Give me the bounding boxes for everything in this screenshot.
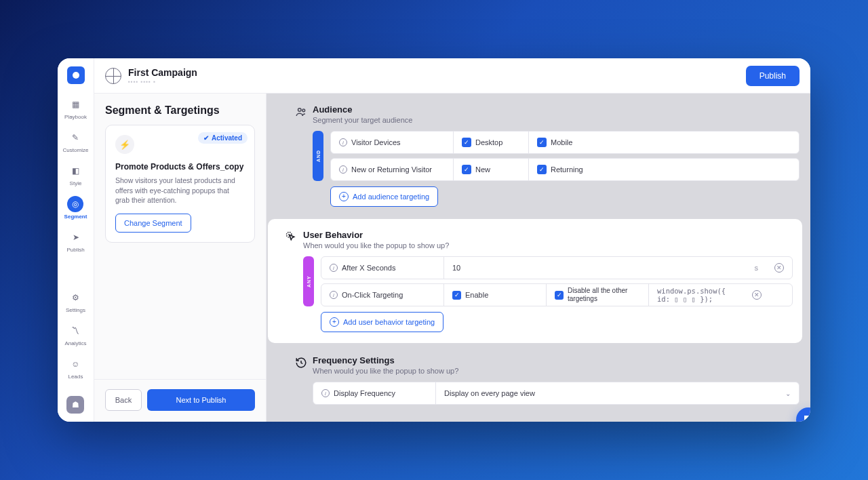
info-icon[interactable]: i [339, 138, 347, 146]
opt-label: Desktop [475, 138, 502, 146]
any-chip: ANY [303, 256, 314, 306]
remove-row-button[interactable]: ✕ [752, 290, 762, 300]
audience-row-newreturning: iNew or Returning Visitor New Returning [330, 158, 800, 181]
behavior-title: User Behavior [303, 230, 793, 240]
plus-circle-icon: + [339, 192, 349, 201]
grid-icon: ▦ [67, 96, 83, 113]
checkbox-mobile[interactable] [537, 138, 547, 147]
add-btn-label: Add audience targeting [353, 193, 429, 201]
and-chip: AND [313, 131, 323, 181]
chart-icon: 〽 [67, 323, 83, 339]
next-to-publish-button[interactable]: Next to Publish [147, 389, 255, 411]
nav-rail: ▦ Playbook ✎ Customize ◧ Style ◎ Segment… [58, 58, 94, 422]
user-behavior-section: User Behavior When would you like the po… [268, 219, 802, 343]
segment-name: Promote Products & Offers_copy [115, 162, 245, 172]
info-icon[interactable]: i [321, 389, 330, 397]
row-label: New or Returning Visitor [351, 165, 432, 174]
behavior-subtitle: When would you like the popup to show up… [303, 241, 793, 249]
opt-label: Disable all the other targetings [568, 287, 640, 303]
rail-label: Settings [66, 307, 85, 313]
change-segment-button[interactable]: Change Segment [115, 214, 191, 233]
checkbox-new[interactable] [462, 165, 471, 174]
rail-item-playbook[interactable]: ▦ Playbook [64, 96, 87, 120]
checkbox-desktop[interactable] [462, 138, 471, 147]
target-icon: ◎ [67, 196, 83, 212]
cursor-click-icon [280, 230, 303, 332]
row-label: On-Click Targeting [342, 291, 403, 299]
rail-item-publish[interactable]: ➤ Publish [66, 229, 84, 253]
add-btn-label: Add user behavior targeting [343, 318, 435, 326]
rail-label: Segment [64, 214, 87, 220]
svg-point-1 [302, 109, 305, 112]
frequency-subtitle: When would you like the popup to show up… [313, 367, 800, 375]
info-icon[interactable]: i [339, 165, 347, 174]
row-label: After X Seconds [342, 264, 396, 272]
bolt-icon: ⚡ [115, 135, 134, 154]
code-snippet[interactable]: window.ps.show({ id: ▯ ▯ ▯ }); [649, 284, 744, 306]
gear-icon: ⚙ [67, 289, 83, 306]
app-logo[interactable] [67, 66, 85, 84]
checkbox-returning[interactable] [537, 165, 547, 174]
back-button[interactable]: Back [105, 389, 142, 411]
segment-card: ✔ Activated ⚡ Promote Products & Offers_… [105, 125, 255, 243]
rail-label: Analytics [64, 340, 86, 346]
rail-label: Publish [66, 247, 84, 253]
badge-text: Activated [212, 134, 242, 142]
opt-label: Enable [465, 291, 488, 299]
top-bar: First Campaign ▪▪▪▪ ▪▪▪▪ ▪ Publish [267, 58, 810, 94]
opt-label: Returning [551, 165, 583, 174]
opt-label: New [475, 165, 490, 174]
side-title: Segment & Targetings [105, 104, 255, 117]
audience-row-devices: iVisitor Devices Desktop Mobile [330, 131, 800, 154]
publish-button[interactable]: Publish [746, 66, 800, 86]
main-area: First Campaign ▪▪▪▪ ▪▪▪▪ ▪ Publish Audie… [267, 58, 810, 422]
people-icon: ☺ [67, 356, 83, 372]
select-value: Display on every page view [444, 389, 535, 397]
info-icon[interactable]: i [330, 264, 338, 272]
row-label: Visitor Devices [351, 138, 401, 146]
history-icon [290, 355, 313, 405]
chat-launcher[interactable]: 1 [796, 407, 810, 422]
remove-row-button[interactable]: ✕ [774, 263, 784, 273]
briefcase-button[interactable]: ☗ [66, 396, 84, 414]
on-click-targeting-row: iOn-Click Targeting Enable Disable all t… [321, 283, 793, 306]
info-icon[interactable]: i [330, 291, 338, 299]
pencil-icon: ✎ [67, 129, 83, 146]
palette-icon: ◧ [68, 163, 84, 179]
segment-description: Show visitors your latest products and o… [115, 176, 245, 205]
seconds-unit: s [755, 264, 759, 272]
display-frequency-row[interactable]: iDisplay Frequency Display on every page… [313, 382, 800, 405]
rail-item-style[interactable]: ◧ Style [68, 163, 84, 186]
rail-item-settings[interactable]: ⚙ Settings [66, 289, 85, 313]
activated-badge: ✔ Activated [198, 132, 248, 144]
opt-label: Mobile [551, 138, 572, 146]
add-audience-targeting-button[interactable]: + Add audience targeting [330, 186, 438, 207]
app-window: ▦ Playbook ✎ Customize ◧ Style ◎ Segment… [58, 58, 810, 422]
rail-item-analytics[interactable]: 〽 Analytics [64, 323, 86, 346]
add-behavior-targeting-button[interactable]: + Add user behavior targeting [321, 312, 443, 332]
frequency-section: Frequency Settings When would you like t… [277, 355, 800, 405]
rail-label: Customize [63, 147, 89, 153]
frequency-title: Frequency Settings [313, 355, 800, 365]
audience-icon [290, 104, 313, 207]
rail-item-customize[interactable]: ✎ Customize [63, 129, 89, 153]
plus-circle-icon: + [330, 317, 339, 327]
audience-section: Audience Segment your target audience AN… [277, 104, 800, 207]
row-label: Display Frequency [334, 389, 395, 397]
audience-subtitle: Segment your target audience [313, 116, 800, 124]
check-circle-icon: ✔ [203, 134, 209, 142]
checkbox-disable-others[interactable] [555, 291, 564, 300]
rail-item-leads[interactable]: ☺ Leads [67, 356, 83, 380]
side-panel: Segment & Targetings ✔ Activated ⚡ Promo… [94, 58, 267, 422]
send-icon: ➤ [68, 229, 84, 245]
after-seconds-row: iAfter X Seconds s ✕ [321, 256, 793, 279]
rail-label: Playbook [64, 114, 87, 120]
rail-label: Style [70, 180, 82, 186]
after-seconds-input[interactable] [452, 264, 755, 272]
rail-label: Leads [68, 374, 83, 380]
content-scroll[interactable]: Audience Segment your target audience AN… [267, 94, 810, 422]
audience-title: Audience [313, 104, 800, 115]
svg-point-0 [298, 108, 302, 112]
rail-item-segment[interactable]: ◎ Segment [64, 196, 87, 220]
checkbox-enable[interactable] [452, 291, 461, 300]
